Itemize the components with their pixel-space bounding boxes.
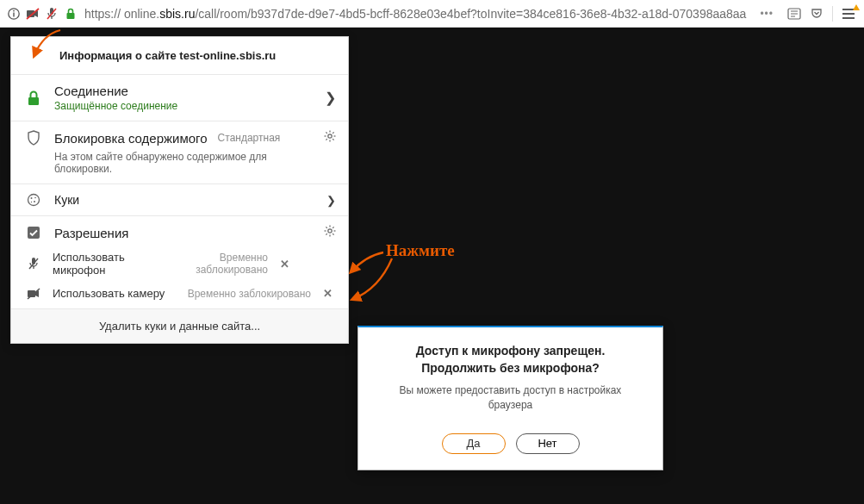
connection-title: Соединение — [54, 84, 177, 98]
permission-label: Использовать микрофон — [53, 251, 165, 277]
lock-icon[interactable] — [64, 7, 78, 21]
clear-permission-button[interactable]: ✕ — [277, 258, 293, 271]
permissions-section: Разрешения — [11, 215, 348, 242]
blocking-section: Блокировка содержимого Стандартная На эт… — [11, 121, 348, 184]
gear-icon[interactable] — [324, 225, 336, 240]
reader-mode-icon[interactable] — [787, 7, 801, 21]
svg-point-2 — [13, 9, 15, 11]
panel-title: Информация о сайте test-online.sbis.ru — [11, 37, 348, 74]
permission-status: Временно заблокировано — [188, 288, 311, 300]
site-info-panel: Информация о сайте test-online.sbis.ru С… — [10, 36, 349, 344]
svg-point-26 — [28, 195, 40, 206]
svg-point-30 — [31, 202, 32, 202]
svg-point-28 — [34, 197, 36, 199]
annotation-text: Нажмите — [386, 241, 455, 260]
shield-icon — [23, 130, 44, 146]
address-bar: https:// online.sbis.ru/call/room/b937d7… — [0, 0, 864, 28]
cookie-icon — [23, 193, 44, 207]
dialog-yes-button[interactable]: Да — [442, 433, 506, 454]
permission-status: Временно заблокировано — [173, 252, 268, 276]
connection-sub: Защищённое соединение — [54, 100, 177, 112]
svg-line-40 — [333, 227, 333, 227]
permission-row-mic: Использовать микрофон Временно заблокиро… — [11, 246, 348, 282]
dialog-title: Доступ к микрофону запрещен.Продолжить б… — [377, 343, 643, 376]
info-icon[interactable] — [7, 7, 21, 21]
url-overflow-icon[interactable]: ••• — [755, 8, 779, 20]
gear-icon[interactable] — [324, 130, 336, 146]
svg-rect-31 — [28, 227, 40, 239]
svg-rect-1 — [13, 12, 14, 16]
chevron-right-icon: ❯ — [326, 194, 336, 207]
svg-line-24 — [326, 139, 326, 140]
clear-permission-button[interactable]: ✕ — [320, 287, 336, 300]
cookies-title: Куки — [54, 193, 79, 207]
svg-line-23 — [333, 139, 333, 140]
permissions-icon — [23, 226, 44, 240]
clear-site-data-button[interactable]: Удалить куки и данные сайта... — [11, 308, 348, 343]
svg-line-25 — [333, 132, 333, 133]
mic-blocked-icon[interactable] — [45, 7, 59, 21]
dialog-subtitle: Вы можете предоставить доступ в настройк… — [377, 383, 643, 413]
hamburger-icon[interactable] — [842, 7, 855, 21]
chevron-right-icon: ❯ — [325, 90, 336, 106]
camera-blocked-icon[interactable] — [26, 7, 40, 21]
permissions-title: Разрешения — [54, 226, 128, 240]
svg-line-22 — [326, 132, 326, 133]
permission-row-cam: Использовать камеру Временно заблокирова… — [11, 282, 348, 305]
svg-line-37 — [326, 227, 326, 227]
permissions-list: Использовать микрофон Временно заблокиро… — [11, 242, 348, 308]
svg-point-29 — [34, 201, 35, 202]
svg-rect-8 — [67, 13, 75, 19]
camera-blocked-icon — [23, 288, 44, 300]
dialog-no-button[interactable]: Нет — [516, 433, 580, 454]
blocking-title: Блокировка содержимого — [54, 131, 208, 146]
blocking-sub: На этом сайте обнаружено содержимое для … — [54, 151, 313, 175]
svg-point-32 — [328, 229, 332, 233]
connection-section[interactable]: Соединение Защищённое соединение ❯ — [11, 74, 348, 121]
svg-point-17 — [328, 134, 332, 138]
pocket-icon[interactable] — [810, 7, 824, 21]
lock-icon — [23, 90, 44, 106]
url-text[interactable]: https:// online.sbis.ru/call/room/b937d7… — [84, 7, 755, 21]
mic-blocked-icon — [23, 257, 44, 271]
cookies-section[interactable]: Куки ❯ — [11, 184, 348, 215]
svg-rect-16 — [28, 97, 39, 105]
blocking-badge: Стандартная — [218, 132, 281, 144]
svg-point-27 — [31, 197, 33, 199]
permission-label: Использовать камеру — [53, 287, 179, 300]
svg-line-38 — [333, 233, 333, 234]
svg-line-39 — [326, 233, 326, 234]
mic-denied-dialog: Доступ к микрофону запрещен.Продолжить б… — [357, 326, 663, 470]
